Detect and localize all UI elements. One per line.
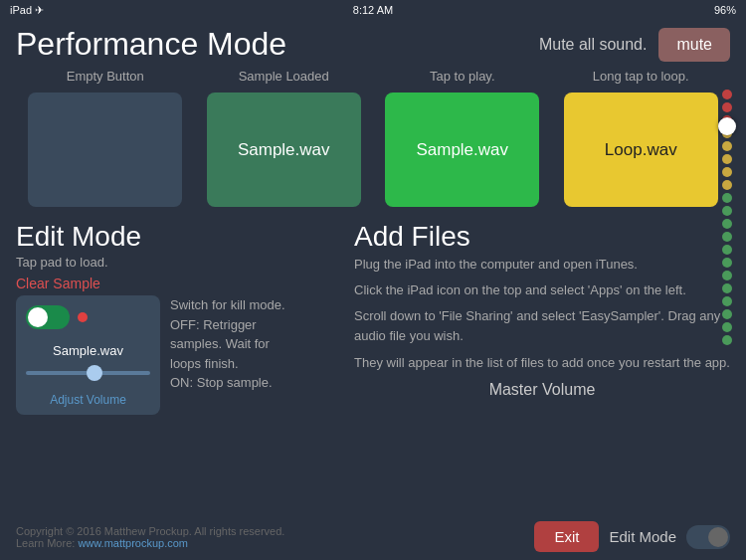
volume-slider-row bbox=[26, 371, 150, 375]
master-volume-label: Master Volume bbox=[354, 381, 730, 399]
meter-dot-16 bbox=[722, 296, 732, 306]
footer: Copyright © 2016 Matthew Prockup. All ri… bbox=[16, 521, 730, 552]
meter-dot-7 bbox=[722, 180, 732, 190]
kill-mode-toggle[interactable] bbox=[26, 305, 70, 329]
main-content: Edit Mode Tap pad to load. Clear Sample … bbox=[0, 211, 746, 415]
exit-button[interactable]: Exit bbox=[534, 521, 599, 552]
status-time: 8:12 AM bbox=[353, 4, 393, 16]
meter-dot-19 bbox=[722, 335, 732, 345]
instruction-2: Scroll down to 'File Sharing' and select… bbox=[354, 306, 730, 346]
edit-mode-toggle-knob bbox=[708, 527, 728, 547]
pad-column-0: Empty Button bbox=[16, 69, 195, 207]
pad-label-1: Sample Loaded bbox=[239, 69, 329, 87]
pad-column-2: Tap to play. Sample.wav bbox=[373, 69, 552, 207]
meter-dot-9 bbox=[722, 206, 732, 216]
instruction-3: They will appear in the list of files to… bbox=[354, 353, 730, 373]
volume-slider-knob bbox=[87, 365, 102, 381]
pad-column-1: Sample Loaded Sample.wav bbox=[195, 69, 374, 207]
meter-dot-4 bbox=[722, 141, 732, 151]
meter-dot-8 bbox=[722, 193, 732, 203]
volume-slider[interactable] bbox=[26, 371, 150, 375]
status-bar: iPad ✈ 8:12 AM 96% bbox=[0, 0, 746, 20]
meter-dot-18 bbox=[722, 322, 732, 332]
pad-3-text: Loop.wav bbox=[605, 140, 677, 160]
header-right: Mute all sound. mute bbox=[539, 28, 730, 62]
pad-0[interactable] bbox=[28, 93, 182, 207]
pad-label-0: Empty Button bbox=[67, 69, 144, 87]
meter-dot-11 bbox=[722, 232, 732, 242]
mute-button[interactable]: mute bbox=[658, 28, 730, 62]
pad-3[interactable]: Loop.wav bbox=[564, 93, 718, 207]
add-files-title: Add Files bbox=[354, 221, 730, 253]
status-left: iPad ✈ bbox=[10, 4, 44, 17]
meter-dot-17 bbox=[722, 309, 732, 319]
instruction-1: Click the iPad icon on the top and selec… bbox=[354, 280, 730, 300]
meter-dot-10 bbox=[722, 219, 732, 229]
add-files-panel: Add Files Plug the iPad into the compute… bbox=[354, 221, 730, 415]
meter-handle[interactable] bbox=[718, 117, 736, 135]
meter-dot-5 bbox=[722, 154, 732, 164]
meter-track bbox=[722, 90, 732, 520]
toggle-knob bbox=[28, 307, 48, 327]
status-right: 96% bbox=[714, 4, 736, 16]
footer-left: Copyright © 2016 Matthew Prockup. All ri… bbox=[16, 525, 284, 549]
mute-label: Mute all sound. bbox=[539, 36, 648, 54]
pad-preview: Sample.wav Adjust Volume bbox=[16, 295, 160, 415]
copyright-text: Copyright © 2016 Matthew Prockup. All ri… bbox=[16, 525, 284, 537]
learn-more-link[interactable]: www.mattprockup.com bbox=[78, 537, 188, 549]
pad-1-text: Sample.wav bbox=[238, 140, 330, 160]
edit-mode-inner: Sample.wav Adjust Volume Switch for kill… bbox=[16, 295, 334, 415]
meter-dot-15 bbox=[722, 283, 732, 293]
pad-label-2: Tap to play. bbox=[430, 69, 495, 87]
toggle-row bbox=[26, 305, 150, 329]
kill-mode-text: Switch for kill mode. OFF: Retrigger sam… bbox=[170, 295, 334, 415]
meter-dot-0 bbox=[722, 90, 732, 99]
meter-dot-12 bbox=[722, 245, 732, 255]
header: Performance Mode Mute all sound. mute bbox=[0, 20, 746, 69]
edit-mode-panel: Edit Mode Tap pad to load. Clear Sample … bbox=[16, 221, 334, 415]
adjust-volume-label: Adjust Volume bbox=[50, 393, 126, 407]
volume-meter[interactable] bbox=[716, 90, 738, 520]
pad-2-text: Sample.wav bbox=[416, 140, 508, 160]
meter-dot-13 bbox=[722, 258, 732, 268]
footer-right: Exit Edit Mode bbox=[534, 521, 730, 552]
edit-mode-footer-label: Edit Mode bbox=[609, 528, 676, 545]
meter-dot-1 bbox=[722, 102, 732, 112]
red-dot-indicator bbox=[78, 312, 88, 322]
pad-column-3: Long tap to loop. Loop.wav bbox=[552, 69, 731, 207]
pad-2[interactable]: Sample.wav bbox=[385, 93, 539, 207]
pad-section: Empty Button Sample Loaded Sample.wav Ta… bbox=[0, 69, 746, 207]
add-files-instructions: Plug the iPad into the computer and open… bbox=[354, 255, 730, 373]
pad-filename: Sample.wav bbox=[53, 343, 123, 358]
learn-more-text: Learn More: www.mattprockup.com bbox=[16, 537, 284, 549]
pad-label-3: Long tap to loop. bbox=[593, 69, 689, 87]
instruction-0: Plug the iPad into the computer and open… bbox=[354, 255, 730, 275]
edit-mode-toggle[interactable] bbox=[686, 525, 730, 549]
tap-pad-label: Tap pad to load. bbox=[16, 255, 334, 270]
meter-dot-6 bbox=[722, 167, 732, 177]
app-title: Performance Mode bbox=[16, 26, 286, 63]
pad-1[interactable]: Sample.wav bbox=[207, 93, 361, 207]
meter-dot-14 bbox=[722, 271, 732, 280]
clear-sample-label[interactable]: Clear Sample bbox=[16, 276, 334, 291]
edit-mode-title: Edit Mode bbox=[16, 221, 334, 253]
